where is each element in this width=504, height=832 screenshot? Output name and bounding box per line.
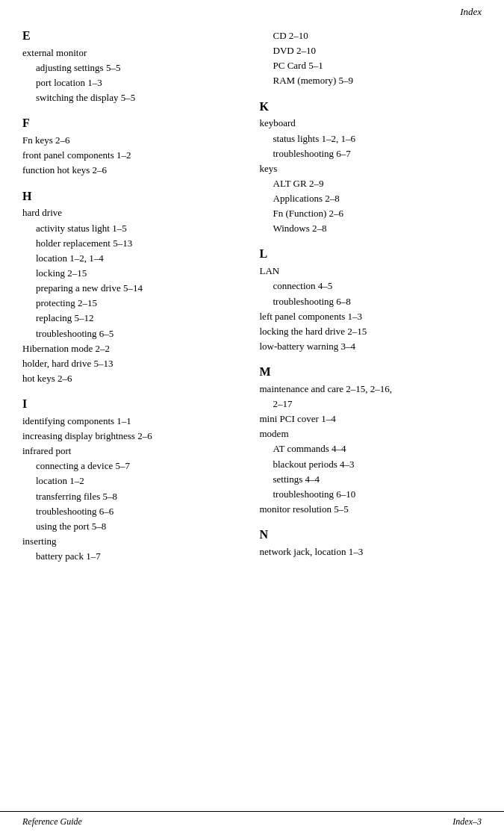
index-entry: N — [260, 527, 482, 543]
index-entry: Fn (Function) 2–6 — [273, 206, 482, 221]
index-entry: maintenance and care 2–15, 2–16, — [260, 382, 482, 397]
index-entry: using the port 5–8 — [36, 519, 245, 534]
index-entry: LAN — [260, 264, 482, 279]
index-entry: hard drive — [22, 205, 245, 220]
index-entry: network jack, location 1–3 — [260, 544, 482, 559]
index-entry: Windows 2–8 — [273, 221, 482, 236]
page: Index Eexternal monitoradjusting setting… — [0, 0, 504, 832]
index-entry: troubleshooting 6–8 — [273, 294, 482, 309]
index-entry: infrared port — [22, 444, 245, 459]
index-entry: connecting a device 5–7 — [36, 459, 245, 474]
index-entry: settings 4–4 — [273, 472, 482, 487]
index-entry: ALT GR 2–9 — [273, 176, 482, 191]
index-entry: status lights 1–2, 1–6 — [273, 131, 482, 146]
index-entry: holder, hard drive 5–13 — [22, 356, 245, 371]
index-entry: AT commands 4–4 — [273, 441, 482, 456]
index-entry: troubleshooting 6–5 — [36, 326, 245, 341]
index-entry: left panel components 1–3 — [260, 309, 482, 324]
index-entry: preparing a new drive 5–14 — [36, 281, 245, 296]
right-column: CD 2–10DVD 2–10PC Card 5–1RAM (memory) 5… — [260, 28, 482, 564]
index-entry: connection 4–5 — [273, 279, 482, 294]
index-entry: H — [22, 189, 245, 205]
index-entry: low-battery warning 3–4 — [260, 339, 482, 354]
index-entry: location 1–2 — [36, 474, 245, 488]
footer-right: Index–3 — [452, 816, 482, 828]
index-entry: L — [260, 246, 482, 262]
index-entry: transferring files 5–8 — [36, 489, 245, 504]
index-entry: identifying components 1–1 — [22, 414, 245, 429]
page-header: Index — [0, 0, 504, 21]
index-entry: 2–17 — [273, 397, 482, 412]
header-text: Index — [460, 6, 482, 17]
index-entry: inserting — [22, 534, 245, 549]
index-entry: troubleshooting 6–7 — [273, 146, 482, 161]
index-entry: adjusting settings 5–5 — [36, 60, 245, 75]
index-entry: location 1–2, 1–4 — [36, 251, 245, 266]
index-entry: Fn keys 2–6 — [22, 133, 245, 148]
index-entry: K — [260, 99, 482, 115]
index-entry: battery pack 1–7 — [36, 549, 245, 564]
index-entry: keyboard — [260, 116, 482, 131]
index-entry: I — [22, 397, 245, 412]
index-entry: port location 1–3 — [36, 75, 245, 90]
index-entry: replacing 5–12 — [36, 311, 245, 326]
index-entry: PC Card 5–1 — [273, 58, 482, 73]
index-entry: DVD 2–10 — [273, 43, 482, 58]
index-entry: modem — [260, 426, 482, 441]
index-entry: holder replacement 5–13 — [36, 236, 245, 251]
index-entry: function hot keys 2–6 — [22, 163, 245, 178]
index-entry: M — [260, 364, 482, 380]
index-entry: Applications 2–8 — [273, 191, 482, 206]
index-entry: protecting 2–15 — [36, 296, 245, 311]
index-entry: E — [22, 28, 245, 44]
index-entry: hot keys 2–6 — [22, 371, 245, 386]
page-footer: Reference Guide Index–3 — [0, 811, 504, 832]
index-entry: keys — [260, 161, 482, 176]
index-entry: activity status light 1–5 — [36, 221, 245, 236]
main-content: Eexternal monitoradjusting settings 5–5p… — [0, 21, 504, 594]
left-column: Eexternal monitoradjusting settings 5–5p… — [22, 28, 245, 564]
index-entry: CD 2–10 — [273, 28, 482, 43]
footer-left: Reference Guide — [22, 816, 82, 828]
index-entry: Hibernation mode 2–2 — [22, 341, 245, 356]
index-entry: blackout periods 4–3 — [273, 457, 482, 472]
index-entry: locking 2–15 — [36, 266, 245, 281]
index-entry: increasing display brightness 2–6 — [22, 429, 245, 444]
index-entry: locking the hard drive 2–15 — [260, 324, 482, 339]
index-entry: troubleshooting 6–10 — [273, 487, 482, 502]
index-entry: F — [22, 116, 245, 131]
index-entry: mini PCI cover 1–4 — [260, 412, 482, 426]
index-entry: troubleshooting 6–6 — [36, 504, 245, 519]
index-entry: switching the display 5–5 — [36, 90, 245, 105]
index-entry: external monitor — [22, 46, 245, 60]
index-entry: RAM (memory) 5–9 — [273, 73, 482, 88]
index-entry: monitor resolution 5–5 — [260, 502, 482, 517]
index-entry: front panel components 1–2 — [22, 148, 245, 163]
